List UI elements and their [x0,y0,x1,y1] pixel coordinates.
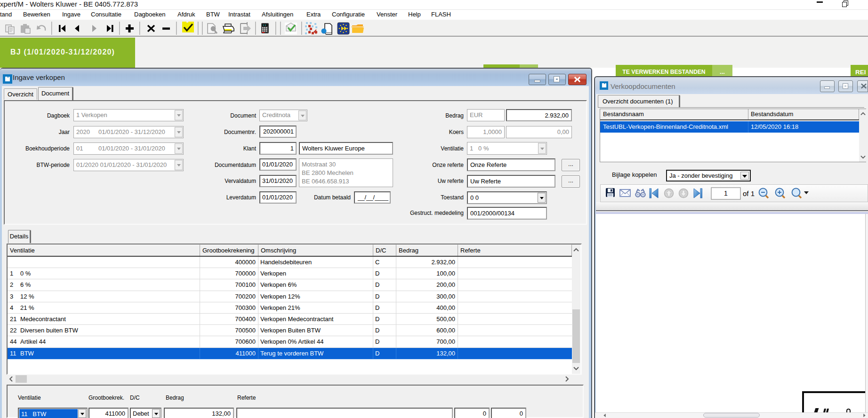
svg-text:of 1: of 1 [743,189,755,197]
svg-text:1: 1 [724,189,728,197]
